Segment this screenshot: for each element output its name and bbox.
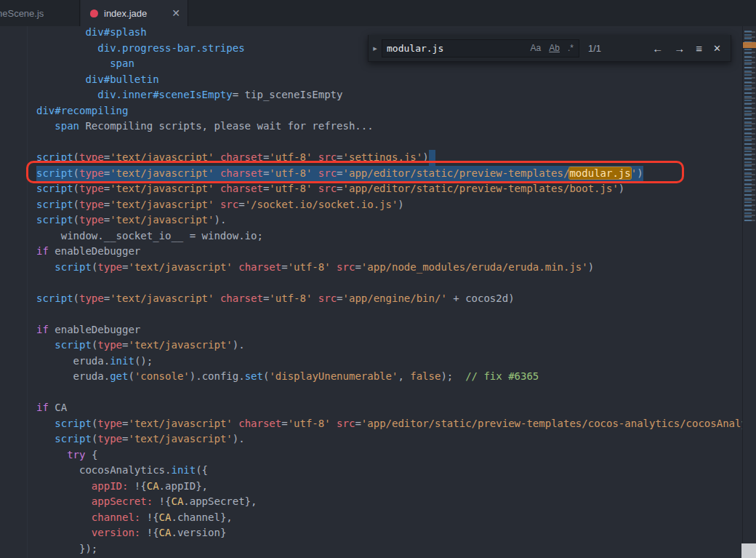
code-line[interactable]: script(type='text/javascript' src='/sock… bbox=[0, 197, 742, 213]
code-line[interactable]: span Recompiling scripts, please wait fo… bbox=[0, 119, 742, 135]
code-line-text: }); bbox=[36, 541, 97, 557]
code-line-text: span bbox=[36, 56, 134, 72]
code-line-text: script(type='text/javascript'). bbox=[36, 338, 245, 354]
editor-window: neScene.js index.jade ✕ div#splash div.p… bbox=[0, 0, 756, 558]
code-line-text: script(type='text/javascript' charset='u… bbox=[36, 150, 429, 166]
code-line[interactable]: script(type='text/javascript' charset='u… bbox=[0, 181, 742, 197]
code-line[interactable]: if enableDebugger bbox=[0, 244, 742, 260]
code-line-text: script(type='text/javascript' charset='u… bbox=[36, 181, 624, 197]
code-area[interactable]: div#splash div.progress-bar.stripes span… bbox=[0, 25, 742, 558]
code-line-text: div#recompiling bbox=[36, 103, 128, 119]
code-line[interactable]: appID: !{CA.appID}, bbox=[0, 479, 742, 495]
code-line-text: appSecret: !{CA.appSecret}, bbox=[36, 494, 257, 510]
tab-gamescene[interactable]: neScene.js bbox=[0, 0, 80, 26]
code-line-text: script(type='text/javascript' charset='u… bbox=[36, 260, 594, 276]
toggle-replace-chevron-icon[interactable]: ▸ bbox=[369, 35, 382, 61]
tab-bar: neScene.js index.jade ✕ bbox=[0, 0, 756, 26]
code-line-text: div.progress-bar.stripes bbox=[36, 41, 245, 57]
close-tab-icon[interactable]: ✕ bbox=[172, 8, 180, 18]
minimap[interactable] bbox=[742, 26, 756, 558]
code-line-text: div#bulletin bbox=[36, 72, 159, 88]
code-line-text: appID: !{CA.appID}, bbox=[36, 479, 208, 495]
code-line-text: if enableDebugger bbox=[36, 244, 140, 260]
code-line[interactable]: eruda.get('console').config.set('display… bbox=[0, 369, 742, 385]
find-in-selection-icon[interactable]: ≡ bbox=[696, 43, 702, 54]
code-line[interactable]: script(type='text/javascript' charset='u… bbox=[0, 150, 742, 166]
code-line[interactable]: eruda.init(); bbox=[0, 354, 742, 370]
code-line-text: version: !{CA.version} bbox=[36, 525, 226, 541]
code-line[interactable]: try { bbox=[0, 447, 742, 463]
jade-file-icon bbox=[90, 9, 98, 17]
code-line[interactable]: }); bbox=[0, 541, 742, 557]
code-line-text: eruda.init(); bbox=[36, 354, 153, 370]
code-line[interactable]: cocosAnalytics.init({ bbox=[0, 463, 742, 479]
match-count: 1/1 bbox=[588, 43, 601, 54]
code-line[interactable]: script(type='text/javascript' charset='u… bbox=[0, 291, 742, 307]
code-line[interactable] bbox=[0, 275, 742, 291]
code-line-text: script(type='text/javascript' charset='u… bbox=[36, 291, 515, 307]
code-line-text: script(type='text/javascript' src='/sock… bbox=[36, 197, 404, 213]
code-line[interactable]: if CA bbox=[0, 400, 742, 416]
code-line[interactable]: div#recompiling bbox=[0, 103, 742, 119]
previous-match-icon[interactable]: ← bbox=[652, 43, 663, 54]
code-line[interactable]: script(type='text/javascript' charset='u… bbox=[0, 166, 742, 182]
code-line[interactable] bbox=[0, 385, 742, 401]
next-match-icon[interactable]: → bbox=[674, 43, 685, 54]
code-line[interactable]: script(type='text/javascript' charset='u… bbox=[0, 260, 742, 276]
whole-word-toggle[interactable]: Ab bbox=[549, 43, 560, 53]
code-line-text: window.__socket_io__ = window.io; bbox=[36, 228, 263, 244]
code-line-text: channel: !{CA.channel}, bbox=[36, 510, 233, 526]
match-case-toggle[interactable]: Aa bbox=[531, 43, 542, 53]
code-line-text: script(type='text/javascript' charset='u… bbox=[36, 166, 643, 182]
find-buttons: ← → ≡ ✕ bbox=[652, 43, 721, 54]
code-line[interactable]: if enableDebugger bbox=[0, 322, 742, 338]
code-line-text: if enableDebugger bbox=[36, 322, 140, 338]
code-line[interactable]: window.__socket_io__ = window.io; bbox=[0, 228, 742, 244]
minimap-code-preview bbox=[743, 31, 756, 223]
search-option-toggles: Aa Ab .* bbox=[531, 40, 574, 57]
code-line[interactable] bbox=[0, 306, 742, 322]
tab-label: neScene.js bbox=[0, 8, 44, 19]
search-query-text: modular.js bbox=[387, 43, 443, 54]
code-line-text: try { bbox=[36, 447, 97, 463]
code-line[interactable]: appSecret: !{CA.appSecret}, bbox=[0, 494, 742, 510]
code-line[interactable] bbox=[0, 135, 742, 151]
search-input[interactable]: modular.js Aa Ab .* bbox=[382, 39, 579, 57]
minimap-match-marker bbox=[743, 42, 756, 48]
code-line[interactable]: div#bulletin bbox=[0, 72, 742, 88]
code-line-text: script(type='text/javascript'). bbox=[36, 212, 226, 228]
code-line-text: script(type='text/javascript'). bbox=[36, 431, 245, 447]
code-line[interactable]: script(type='text/javascript'). bbox=[0, 338, 742, 354]
code-line-text: eruda.get('console').config.set('display… bbox=[36, 369, 539, 385]
code-line-text: if CA bbox=[36, 400, 67, 416]
code-line[interactable]: version: !{CA.version} bbox=[0, 525, 742, 541]
code-line-text: span Recompiling scripts, please wait fo… bbox=[36, 119, 374, 135]
selection-block bbox=[429, 150, 435, 166]
code-line-text: script(type='text/javascript' charset='u… bbox=[36, 416, 742, 432]
tab-label: index.jade bbox=[104, 8, 147, 19]
close-find-icon[interactable]: ✕ bbox=[713, 44, 721, 53]
code-line[interactable]: script(type='text/javascript'). bbox=[0, 431, 742, 447]
code-line[interactable]: div.inner#sceneIsEmpty= tip_sceneIsEmpty bbox=[0, 87, 742, 103]
code-line-text: div#splash bbox=[36, 25, 147, 41]
find-widget: ▸ modular.js Aa Ab .* 1/1 ← → ≡ ✕ bbox=[368, 35, 731, 62]
code-line[interactable]: script(type='text/javascript' charset='u… bbox=[0, 416, 742, 432]
regex-toggle[interactable]: .* bbox=[568, 43, 574, 53]
code-line-text: div.inner#sceneIsEmpty= tip_sceneIsEmpty bbox=[36, 87, 342, 103]
code-line[interactable]: channel: !{CA.channel}, bbox=[0, 510, 742, 526]
code-line-text: cocosAnalytics.init({ bbox=[36, 463, 208, 479]
tab-index-jade[interactable]: index.jade ✕ bbox=[81, 0, 188, 26]
code-line[interactable]: script(type='text/javascript'). bbox=[0, 212, 742, 228]
scrollbar-corner-block bbox=[741, 543, 756, 558]
